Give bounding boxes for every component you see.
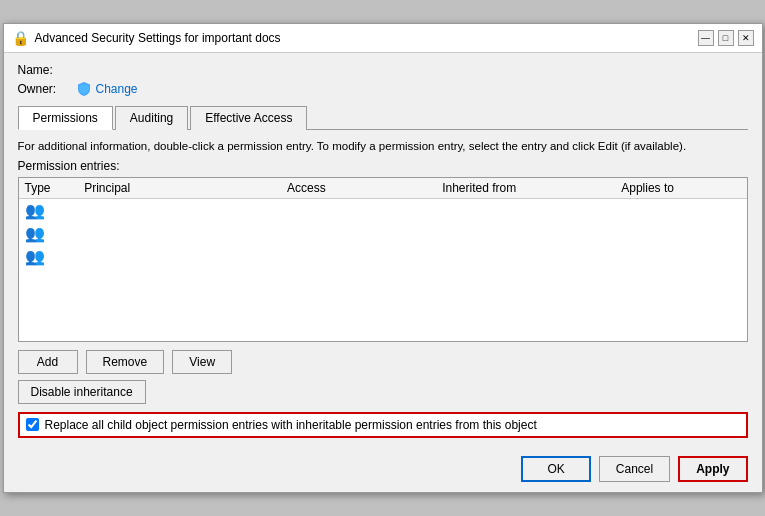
maximize-button[interactable]: □ — [718, 30, 734, 46]
table-row[interactable]: 👥 — [19, 198, 747, 222]
bottom-buttons: OK Cancel Apply — [4, 448, 762, 492]
col-header-applies: Applies to — [615, 178, 746, 199]
permission-table: Type Principal Access Inherited from App… — [19, 178, 747, 268]
name-row: Name: — [18, 63, 748, 77]
close-button[interactable]: ✕ — [738, 30, 754, 46]
row-inherited — [436, 198, 615, 222]
checkbox-row: Replace all child object permission entr… — [18, 412, 748, 438]
apply-button[interactable]: Apply — [678, 456, 747, 482]
table-row[interactable]: 👥 — [19, 222, 747, 245]
row-principal — [78, 198, 281, 222]
row-type: 👥 — [19, 245, 79, 268]
row-applies — [615, 198, 746, 222]
name-label: Name: — [18, 63, 68, 77]
titlebar-controls: — □ ✕ — [698, 30, 754, 46]
row-access — [281, 198, 436, 222]
col-header-inherited: Inherited from — [436, 178, 615, 199]
row-inherited — [436, 245, 615, 268]
remove-button[interactable]: Remove — [86, 350, 165, 374]
window-icon: 🔒 — [12, 30, 29, 46]
checkbox-label[interactable]: Replace all child object permission entr… — [45, 418, 537, 432]
change-link[interactable]: Change — [76, 81, 138, 97]
row-applies — [615, 222, 746, 245]
content-area: Name: Owner: Change Permissions Auditing… — [4, 53, 762, 447]
titlebar: 🔒 Advanced Security Settings for importa… — [4, 24, 762, 53]
row-type: 👥 — [19, 198, 79, 222]
user-icon-1: 👥 — [25, 202, 45, 219]
user-icon-2: 👥 — [25, 225, 45, 242]
user-icon-3: 👥 — [25, 248, 45, 265]
row-access — [281, 222, 436, 245]
tab-auditing[interactable]: Auditing — [115, 106, 188, 130]
change-label: Change — [96, 82, 138, 96]
cancel-button[interactable]: Cancel — [599, 456, 670, 482]
info-text: For additional information, double-click… — [18, 138, 748, 154]
row-access — [281, 245, 436, 268]
view-button[interactable]: View — [172, 350, 232, 374]
row-applies — [615, 245, 746, 268]
row-principal — [78, 245, 281, 268]
replace-checkbox[interactable] — [26, 418, 39, 431]
tab-effective-access[interactable]: Effective Access — [190, 106, 307, 130]
tabs-container: Permissions Auditing Effective Access — [18, 105, 748, 130]
row-type: 👥 — [19, 222, 79, 245]
shield-icon — [76, 81, 92, 97]
row-principal — [78, 222, 281, 245]
table-row[interactable]: 👥 — [19, 245, 747, 268]
permission-table-container[interactable]: Type Principal Access Inherited from App… — [18, 177, 748, 342]
col-header-type: Type — [19, 178, 79, 199]
disable-inheritance-button[interactable]: Disable inheritance — [18, 380, 146, 404]
col-header-principal: Principal — [78, 178, 281, 199]
tab-permissions[interactable]: Permissions — [18, 106, 113, 130]
owner-row: Owner: Change — [18, 81, 748, 97]
main-window: 🔒 Advanced Security Settings for importa… — [3, 23, 763, 492]
col-header-access: Access — [281, 178, 436, 199]
minimize-button[interactable]: — — [698, 30, 714, 46]
section-label: Permission entries: — [18, 159, 748, 173]
action-buttons: Add Remove View — [18, 350, 748, 374]
ok-button[interactable]: OK — [521, 456, 590, 482]
window-title: Advanced Security Settings for important… — [35, 31, 281, 45]
titlebar-left: 🔒 Advanced Security Settings for importa… — [12, 30, 281, 46]
add-button[interactable]: Add — [18, 350, 78, 374]
owner-label: Owner: — [18, 82, 68, 96]
row-inherited — [436, 222, 615, 245]
